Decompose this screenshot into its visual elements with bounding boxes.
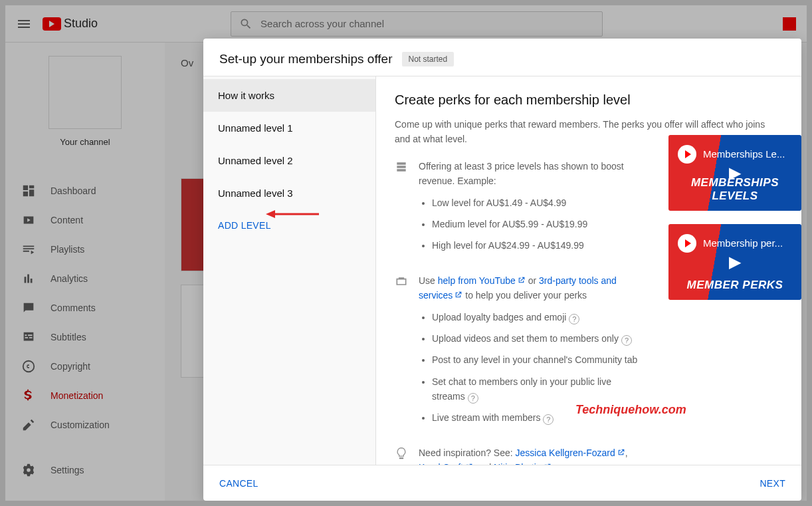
watermark-text: Techniquehow.com xyxy=(575,403,686,417)
toolbox-icon xyxy=(395,275,408,288)
link-creator-2[interactable]: KreekCraft xyxy=(419,462,463,465)
link-help-youtube[interactable]: help from YouTube xyxy=(438,275,516,286)
modal-header: Set-up your memberships offer Not starte… xyxy=(203,39,801,76)
status-badge: Not started xyxy=(402,52,455,66)
video-card-perks[interactable]: Membership per... ▶ MEMBER PERKS xyxy=(668,224,801,300)
video-card-column: Memberships Le... ▶ MEMBERSHIPS LEVELS M… xyxy=(668,135,801,313)
list-item: Medium level for AU$5.99 - AU$19.99 xyxy=(432,217,638,231)
nav-how-it-works[interactable]: How it works xyxy=(203,79,375,112)
modal-content: Create perks for each membership level C… xyxy=(376,76,801,465)
list-item: High level for AU$24.99 - AU$149.99 xyxy=(432,238,638,253)
link-creator-1[interactable]: Jessica Kellgren-Fozard xyxy=(516,447,615,458)
nav-level-3[interactable]: Unnamed level 3 xyxy=(203,177,375,209)
help-icon[interactable]: ? xyxy=(468,393,478,404)
play-overlay-icon: ▶ xyxy=(729,253,741,271)
memberships-modal: Set-up your memberships offer Not starte… xyxy=(203,39,801,501)
app-frame: Studio Your channel Dashboard Content Pl… xyxy=(5,5,807,501)
content-heading: Create perks for each membership level xyxy=(395,92,783,108)
tip-inspiration-text: Need inspiration? See: Jessica Kellgren-… xyxy=(419,445,658,465)
external-link-icon xyxy=(517,274,526,283)
external-link-icon xyxy=(543,461,552,465)
list-item: Upload loyalty badges and emoji? xyxy=(432,310,638,324)
add-level-button[interactable]: ADD LEVEL xyxy=(203,209,375,241)
play-icon xyxy=(678,145,696,164)
external-link-icon xyxy=(454,289,462,297)
tip-pricing-text: Offering at least 3 price levels has sho… xyxy=(419,159,638,260)
modal-body: How it works Unnamed level 1 Unnamed lev… xyxy=(203,76,801,465)
list-item: Set chat to members only in your public … xyxy=(432,374,638,404)
play-icon xyxy=(678,234,696,253)
help-icon[interactable]: ? xyxy=(569,314,579,324)
link-creator-3[interactable]: Nitin Bhatia xyxy=(494,462,542,465)
help-icon[interactable]: ? xyxy=(621,335,632,346)
next-button[interactable]: NEXT xyxy=(760,478,785,489)
tip-inspiration: Need inspiration? See: Jessica Kellgren-… xyxy=(395,445,783,465)
nav-level-1[interactable]: Unnamed level 1 xyxy=(203,112,375,144)
modal-title: Set-up your memberships offer xyxy=(219,52,393,66)
video-card-levels[interactable]: Memberships Le... ▶ MEMBERSHIPS LEVELS xyxy=(668,135,801,211)
help-icon[interactable]: ? xyxy=(543,414,554,425)
list-item: Post to any level in your channel's Comm… xyxy=(432,352,638,367)
external-link-icon xyxy=(464,461,473,465)
modal-side-nav: How it works Unnamed level 1 Unnamed lev… xyxy=(203,76,376,465)
list-item: Low level for AU$1.49 - AU$4.99 xyxy=(432,195,638,210)
lightbulb-icon xyxy=(395,447,408,460)
levels-icon xyxy=(395,160,408,174)
cancel-button[interactable]: CANCEL xyxy=(219,478,258,489)
nav-level-2[interactable]: Unnamed level 2 xyxy=(203,144,375,177)
modal-footer: CANCEL NEXT xyxy=(203,465,801,501)
external-link-icon xyxy=(617,446,625,455)
list-item: Upload videos and set them to members on… xyxy=(432,331,638,346)
